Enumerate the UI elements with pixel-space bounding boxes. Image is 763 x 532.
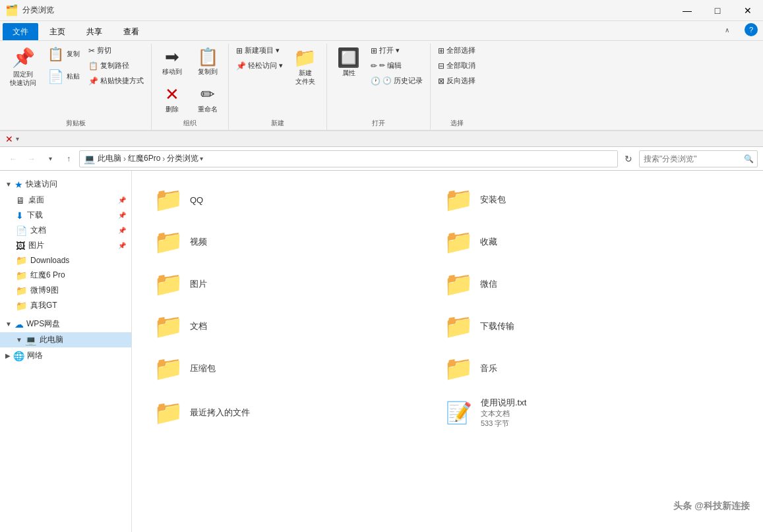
open-icon: ⊞ [371,46,377,55]
open-label: 打开 [372,117,385,130]
properties-label: 属性 [342,69,355,78]
sidebar-item-downloads[interactable]: ⬇ 下载 📌 [0,208,131,223]
sidebar-item-weibo[interactable]: 📁 微博9图 [0,283,131,298]
title-bar-text: 分类浏览 [22,5,758,16]
forward-button[interactable]: → [24,151,40,167]
open-button[interactable]: ⊞ 打开 ▾ [367,44,426,57]
title-bar-controls: — □ ✕ [672,0,763,21]
network-header[interactable]: ▶ 🌐 网络 [0,347,131,364]
sidebar-item-documents[interactable]: 📄 文档 📌 [0,223,131,238]
sidebar-item-realme[interactable]: 📁 真我GT [0,298,131,313]
folder-pictures-name: 图片 [190,278,207,290]
folder-item-documents[interactable]: 📁 文档 [148,308,398,345]
folder-item-favorites[interactable]: 📁 收藏 [438,223,688,260]
copy-button[interactable]: 📋 复制 [44,44,84,65]
refresh-button[interactable]: ↻ [621,151,636,167]
back-button[interactable]: ← [5,151,21,167]
cut-button[interactable]: ✂ 剪切 [85,44,147,57]
search-input[interactable] [639,150,758,167]
history-button[interactable]: 🕐 🕐 历史记录 [367,74,426,88]
select-all-button[interactable]: ⊞ 全部选择 [435,44,479,57]
folder-item-music[interactable]: 📁 音乐 [438,350,688,387]
paste-shortcut-button[interactable]: 📌 粘贴快捷方式 [85,74,147,88]
paste-button[interactable]: 📄 粘贴 [44,66,84,87]
delete-button[interactable]: ✕ 删除 [156,81,189,117]
maximize-button[interactable]: □ [702,0,733,21]
move-to-icon: ➡ [165,47,179,67]
invert-selection-button[interactable]: ⊠ 反向选择 [435,74,479,88]
deselect-all-button[interactable]: ⊟ 全部取消 [435,59,479,73]
realme-icon: 📁 [16,301,27,311]
path-device[interactable]: 红魔6Pro [128,153,160,164]
close-button[interactable]: ✕ [733,0,763,21]
folder-item-compressed[interactable]: 📁 压缩包 [148,350,398,387]
new-folder-label: 新建文件夹 [295,69,315,86]
easy-access-button[interactable]: 📌 轻松访问 ▾ [233,59,286,73]
folder-item-recent[interactable]: 📁 最近拷入的文件 [148,392,398,433]
pin-to-quick-access-button[interactable]: 📌 固定到快速访问 [4,44,42,90]
file-item-readme[interactable]: 📝 使用说明.txt 文本文档 533 字节 [438,392,688,433]
sidebar-item-desktop[interactable]: 🖥 桌面 📌 [0,192,131,208]
recent-locations-button[interactable]: ▾ [42,151,58,167]
folder-item-download-transfer[interactable]: 📁 下载传输 [438,308,688,345]
quick-access-label: 快速访问 [26,179,57,190]
move-to-label: 移动到 [162,67,182,76]
delete-label: 删除 [166,105,179,114]
network-arrow: ▶ [5,352,11,359]
new-folder-icon: 📁 [293,47,317,69]
desktop-icon: 🖥 [16,195,25,206]
sidebar-item-pictures[interactable]: 🖼 图片 📌 [0,238,131,253]
sidebar-documents-label: 文档 [30,225,46,236]
folder-item-video[interactable]: 📁 视频 [148,223,398,260]
sidebar-item-this-pc[interactable]: ▼ 💻 此电脑 [0,332,131,347]
rename-icon: ✏ [200,84,215,105]
sidebar-item-downloads-folder[interactable]: 📁 Downloads [0,253,131,268]
wps-cloud-icon: ☁ [15,319,24,330]
new-item-button[interactable]: ⊞ 新建项目 ▾ [233,44,286,57]
select-all-label: 全部选择 [446,45,475,55]
sidebar: ▼ ★ 快速访问 🖥 桌面 📌 ⬇ 下载 📌 📄 文档 📌 🖼 图片 📌 📁 D… [0,171,132,532]
sidebar-this-pc-label: 此电脑 [40,334,63,345]
pictures-icon: 🖼 [16,241,25,251]
folder-item-wechat[interactable]: 📁 微信 [438,266,688,303]
folder-wechat-icon: 📁 [444,270,473,298]
folder-music-icon: 📁 [444,355,473,382]
tab-file[interactable]: 文件 [3,23,38,40]
edit-button[interactable]: ✏ ✏ 编辑 [367,59,426,73]
help-button[interactable]: ? [745,23,758,36]
folder-item-installer[interactable]: 📁 安装包 [438,181,688,218]
qa-close-icon[interactable]: ✕ [5,134,13,144]
new-folder-button[interactable]: 📁 新建文件夹 [288,44,322,89]
folder-item-qq[interactable]: 📁 QQ [148,181,398,218]
tab-share[interactable]: 共享 [76,23,112,40]
tab-view[interactable]: 查看 [113,23,149,40]
folder-item-pictures[interactable]: 📁 图片 [148,266,398,303]
quick-access-header[interactable]: ▼ ★ 快速访问 [0,176,131,192]
content-area: 📁 QQ 📁 安装包 📁 视频 📁 收藏 📁 图片 📁 [132,171,763,532]
open-label: 打开 ▾ [379,45,400,55]
copy-to-button[interactable]: 📋 复制到 [191,44,224,80]
qa-arrow-icon[interactable]: ▾ [16,135,19,142]
address-path[interactable]: 💻 此电脑 › 红魔6Pro › 分类浏览 ▾ [79,150,618,167]
new-group-content: ⊞ 新建项目 ▾ 📌 轻松访问 ▾ 📁 新建文件夹 [233,44,322,117]
path-pc[interactable]: 此电脑 [98,153,121,164]
sidebar-item-hongmo[interactable]: 📁 红魔6 Pro [0,268,131,283]
this-pc-icon: 💻 [25,335,36,345]
documents-pin-icon: 📌 [118,227,126,234]
path-dropdown-icon[interactable]: ▾ [200,155,203,162]
desktop-pin-icon: 📌 [118,196,126,204]
path-current[interactable]: 分类浏览 [167,153,198,164]
wps-cloud-header[interactable]: ▼ ☁ WPS网盘 [0,316,131,332]
tab-home[interactable]: 主页 [40,23,75,40]
ribbon-collapse-button[interactable]: ∧ [712,19,742,40]
properties-button[interactable]: 🔲 属性 [331,44,366,81]
up-button[interactable]: ↑ [61,151,76,167]
easy-access-label: 轻松访问 ▾ [248,61,283,71]
delete-icon: ✕ [165,84,179,105]
rename-button[interactable]: ✏ 重命名 [191,81,224,117]
address-bar: ← → ▾ ↑ 💻 此电脑 › 红魔6Pro › 分类浏览 ▾ ↻ 🔍 [0,147,763,171]
folder-compressed-icon: 📁 [154,355,183,382]
minimize-button[interactable]: — [672,0,702,21]
copy-path-button[interactable]: 📋 复制路径 [85,59,147,73]
move-to-button[interactable]: ➡ 移动到 [156,44,189,80]
